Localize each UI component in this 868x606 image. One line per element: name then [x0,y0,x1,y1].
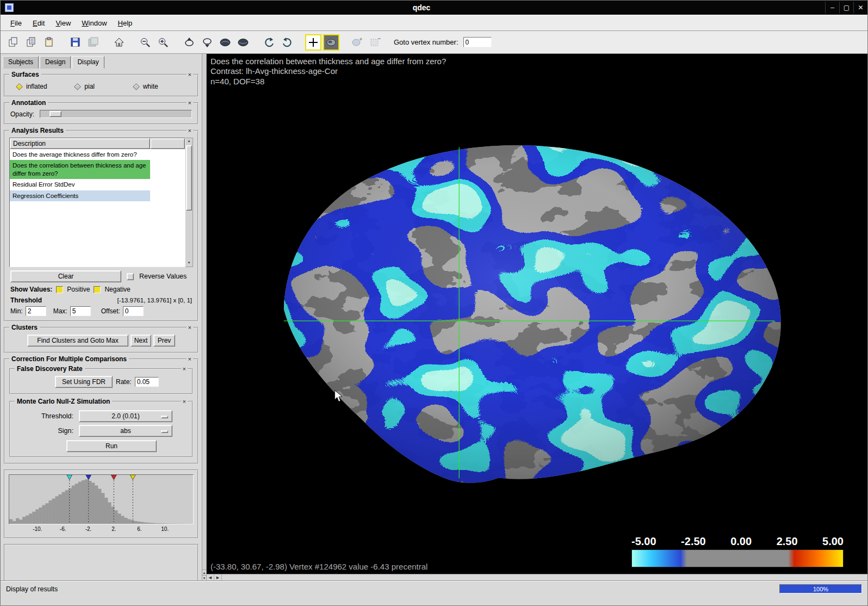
clusters-title: Clusters [9,324,40,331]
redo-rotate-icon [282,37,293,48]
min-input[interactable] [26,306,46,316]
hscroll-left-icon[interactable]: ◀ [207,574,214,580]
rotate-left-view-button[interactable] [217,34,233,51]
opacity-slider[interactable] [40,110,192,118]
save-button[interactable] [67,34,83,51]
brain-viewport[interactable]: Does the correlation between thickness a… [207,54,867,574]
rotate-up-button[interactable] [181,34,197,51]
set-using-fdr-button[interactable]: Set Using FDR [55,376,113,388]
correction-frame: Correction For Multiple Comparisons × Fa… [4,358,199,464]
surface-option-pial[interactable]: pial [75,83,130,90]
frame-close-icon[interactable]: × [187,324,193,331]
frame-close-icon[interactable]: × [187,356,193,362]
mc-sign-dropdown[interactable]: abs [79,425,172,437]
home-button[interactable] [111,34,127,51]
frame-close-icon[interactable]: × [187,71,193,78]
mc-threshold-label: Threshold: [14,412,79,420]
maximize-button[interactable]: ▢ [839,2,853,14]
zoom-in-button[interactable] [155,34,171,51]
histogram-plot[interactable] [9,474,194,524]
copy-layout-button[interactable] [23,34,39,51]
add-marker-button[interactable] [349,34,365,51]
table-row-selected[interactable]: Does the correlation between thickness a… [10,160,185,179]
frame-close-icon[interactable]: × [187,127,193,134]
find-clusters-button[interactable]: Find Clusters and Goto Max [27,335,128,347]
vertex-status: (-33.80, 30.67, -2.98) Vertex #124962 va… [210,562,427,571]
positive-checkbox[interactable] [56,286,63,293]
column-header-description[interactable]: Description [10,138,150,149]
table-row[interactable]: Does the average thickness differ from z… [10,149,185,160]
copy-view-button[interactable] [5,34,21,51]
menubar: File Edit View Window Help [1,15,867,31]
menu-window[interactable]: Window [76,17,112,29]
rotate-right-view-button[interactable] [235,34,251,51]
menu-help[interactable]: Help [113,17,138,29]
results-table: Description Does the average thickness d… [9,138,185,267]
surface-option-white[interactable]: white [134,83,189,90]
correction-title: Correction For Multiple Comparisons [9,355,129,363]
colorbar-labels: -5.00 -2.50 0.00 2.50 5.00 [631,535,844,548]
radio-icon [133,83,140,90]
close-button[interactable]: ✕ [853,2,867,14]
mc-sign-value: abs [120,427,131,435]
save-all-icon [88,37,98,47]
tab-subjects[interactable]: Subjects [3,56,39,69]
colorbar-gradient [631,549,844,567]
frame-close-icon[interactable]: × [181,398,188,405]
surface-select-tool-button[interactable] [323,34,339,51]
menu-edit[interactable]: Edit [27,17,50,29]
frame-close-icon[interactable]: × [181,366,188,372]
paste-view-button[interactable] [41,34,57,51]
colorbar-label: 2.50 [777,535,798,548]
menu-file[interactable]: File [5,17,27,29]
scroll-down-icon[interactable]: ▼ [185,260,193,267]
panel-scroll-down-icon[interactable]: ▼ [202,575,206,580]
next-cluster-button[interactable]: Next [131,335,151,347]
column-header-empty[interactable] [150,138,185,149]
prev-cluster-button[interactable]: Prev [153,335,175,347]
table-scrollbar[interactable]: ▲ ▼ [185,138,193,267]
analysis-results-frame: Analysis Results × Description Does the … [4,130,199,321]
hscroll-right-icon[interactable]: ▶ [214,574,222,580]
panel-scroll-up-icon[interactable]: ▲ [202,570,206,575]
menu-view[interactable]: View [50,17,76,29]
clear-marker-button[interactable] [367,34,383,51]
reverse-values-checkbox[interactable] [127,273,134,280]
analysis-results-title: Analysis Results [9,127,66,134]
clear-button[interactable]: Clear [10,270,121,282]
crosshair-tool-button[interactable] [305,34,321,51]
tab-display[interactable]: Display [72,56,104,69]
frame-close-icon[interactable]: × [187,100,193,106]
mc-threshold-dropdown[interactable]: 2.0 (0.01) [79,410,172,422]
progress-label: 100% [780,585,861,593]
viewport-hscrollbar[interactable]: ◀ ▶ [207,574,867,580]
run-simulation-button[interactable]: Run [66,440,157,452]
minimize-button[interactable]: – [825,2,839,14]
redo-rotate-button[interactable] [279,34,295,51]
colorbar-label: -5.00 [631,535,656,548]
surfaces-frame: Surfaces × inflated pial white [4,74,199,97]
result-row-label: Residual Error StdDev [10,179,150,190]
clear-marker-icon [369,37,381,48]
table-row[interactable]: Residual Error StdDev [10,179,185,190]
scroll-up-icon[interactable]: ▲ [185,138,193,145]
rotate-down-button[interactable] [199,34,215,51]
panel-scrollbar[interactable]: ▲ ▼ [202,54,207,580]
opacity-slider-handle[interactable] [49,111,61,117]
rotate-down-icon [202,37,213,48]
goto-vertex-input[interactable] [463,37,492,47]
rate-input[interactable] [135,377,159,387]
histogram-tick-label: 10. [161,526,169,532]
max-input[interactable] [70,306,91,316]
tab-design[interactable]: Design [40,56,71,69]
negative-checkbox[interactable] [94,286,101,293]
save-all-button[interactable] [85,34,101,51]
surface-label: white [143,83,158,90]
titlebar: qdec – ▢ ✕ [1,1,867,15]
offset-input[interactable] [123,306,144,316]
scroll-thumb[interactable] [186,145,192,211]
zoom-out-button[interactable] [137,34,153,51]
surface-option-inflated[interactable]: inflated [17,83,72,90]
undo-rotate-button[interactable] [261,34,277,51]
table-row[interactable]: Regression Coefficients [10,190,185,201]
